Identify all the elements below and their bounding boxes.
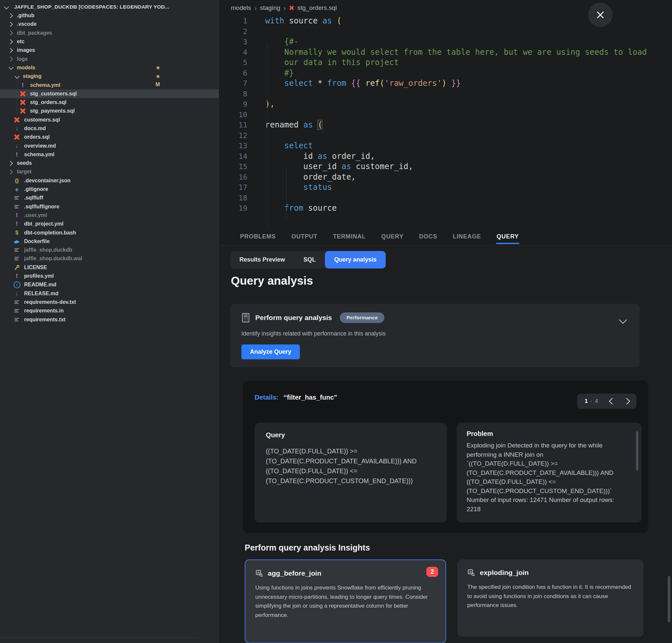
file-item-customers.sql[interactable]: customers.sql: [0, 116, 219, 124]
line-text: from source: [247, 203, 337, 214]
tab-query-2[interactable]: QUERY: [497, 228, 519, 245]
next-page-button[interactable]: [623, 398, 630, 404]
file-label: requirements-dev.txt: [24, 299, 76, 305]
tab-terminal[interactable]: TERMINAL: [333, 228, 366, 245]
line-text: status: [247, 182, 332, 193]
breadcrumb-staging[interactable]: staging: [260, 4, 280, 12]
file-item-README.md[interactable]: iREADME.md: [0, 280, 219, 289]
line-number: 15: [219, 161, 247, 172]
tab-problems[interactable]: PROBLEMS: [240, 228, 276, 245]
lines-icon: [13, 196, 21, 200]
indent-guide: [267, 42, 268, 228]
line-text: [247, 193, 265, 204]
tab-docs[interactable]: DOCS: [419, 228, 437, 245]
file-item-target[interactable]: target: [0, 168, 219, 176]
details-card: Details: “filter_has_func” 1 - 4 Query (…: [243, 380, 648, 533]
file-item-LICENSE[interactable]: LICENSE: [0, 263, 219, 272]
chevron-right-icon: [8, 31, 13, 36]
view-query-analysis[interactable]: Query analysis: [325, 251, 386, 268]
excl-icon: !: [13, 220, 21, 228]
file-item-models[interactable]: models: [0, 63, 219, 72]
view-results-preview[interactable]: Results Preview: [230, 251, 294, 268]
file-item-logs[interactable]: logs: [0, 54, 219, 63]
breadcrumb-models[interactable]: models: [231, 4, 251, 12]
chevron-down-icon: [4, 4, 9, 10]
token: [313, 120, 318, 130]
breadcrumb-filename[interactable]: stg_orders.sql: [297, 4, 337, 12]
scrollbar[interactable]: [636, 431, 638, 470]
line-text: with source as (: [247, 16, 341, 26]
scrollbar[interactable]: [668, 576, 670, 622]
file-item-.user.yml[interactable]: !.user.yml: [0, 211, 219, 220]
line-text: [247, 26, 265, 37]
file-label: dbt-completion.bash: [24, 230, 76, 236]
file-item-.sqlfluffignore[interactable]: .sqlfluffignore: [0, 203, 219, 211]
file-item-.vscode[interactable]: .vscode: [0, 20, 219, 28]
file-item-dbt-completion.bash[interactable]: $dbt-completion.bash: [0, 228, 219, 237]
file-item-jaffle_shop.duckdb.wal[interactable]: jaffle_shop.duckdb.wal: [0, 254, 219, 263]
perform-analysis-card: Perform query analysis Performance Ident…: [230, 304, 640, 367]
file-item-dbt_packages[interactable]: dbt_packages: [0, 29, 219, 37]
file-item-staging[interactable]: staging: [0, 72, 219, 81]
code-line-2: 2: [219, 26, 672, 37]
file-item-requirements.in[interactable]: requirements.in: [0, 306, 219, 315]
file-item-orders.sql[interactable]: orders.sql: [0, 133, 219, 141]
file-item-requirements-dev.txt[interactable]: requirements-dev.txt: [0, 298, 219, 306]
token: with: [265, 16, 284, 25]
file-item-.github[interactable]: .github: [0, 11, 219, 20]
token: as: [341, 162, 351, 171]
file-item-.sqlfluff[interactable]: .sqlfluff: [0, 194, 219, 202]
token: from: [284, 204, 304, 213]
token: Normally we would select from the table …: [284, 48, 647, 57]
file-item-stg_payments.sql[interactable]: stg_payments.sql: [0, 107, 219, 115]
file-label: models: [17, 65, 35, 71]
code-area[interactable]: 1with source as (23 {#-4 Normally we wou…: [219, 16, 672, 214]
pagination: 1 - 4: [577, 394, 636, 409]
file-item-schema.yml[interactable]: !schema.ymlM: [0, 81, 219, 89]
line-number: 10: [219, 110, 247, 120]
file-label: logs: [17, 56, 28, 62]
line-number: 12: [219, 131, 247, 141]
insight-card-exploding-join[interactable]: exploding_join The specified join condit…: [457, 559, 644, 637]
tab-output[interactable]: OUTPUT: [291, 228, 317, 245]
insight-card-agg-before-join[interactable]: agg_before_join 2 Using functions in joi…: [245, 559, 446, 643]
sidebar-divider: [0, 638, 198, 638]
braces-icon: {}: [13, 178, 21, 183]
file-item-profiles.yml[interactable]: !profiles.yml: [0, 272, 219, 280]
file-item-images[interactable]: images: [0, 46, 219, 54]
modified-dot-badge: [157, 75, 159, 78]
workspace-title[interactable]: JAFFLE_SHOP_DUCKDB [CODESPACES: LEGENDAR…: [0, 0, 219, 11]
tab-query[interactable]: QUERY: [381, 228, 404, 245]
analyze-query-button[interactable]: Analyze Query: [241, 344, 300, 359]
file-item-schema.yml[interactable]: !schema.yml: [0, 150, 219, 159]
file-item-stg_orders.sql[interactable]: stg_orders.sql: [0, 98, 219, 107]
file-item-requirements.txt[interactable]: requirements.txt: [0, 315, 219, 324]
token: status: [304, 183, 332, 192]
git-modified-badge: M: [156, 82, 160, 87]
file-item-overview.md[interactable]: ↓overview.md: [0, 141, 219, 150]
file-item-.gitignore[interactable]: ◆.gitignore: [0, 185, 219, 194]
tab-lineage[interactable]: LINEAGE: [453, 228, 481, 245]
file-item-etc[interactable]: etc: [0, 37, 219, 46]
file-item-jaffle_shop.duckdb[interactable]: jaffle_shop.duckdb: [0, 246, 219, 254]
prev-page-button[interactable]: [609, 398, 615, 404]
file-item-dbt_project.yml[interactable]: !dbt_project.yml: [0, 220, 219, 228]
file-item-docs.md[interactable]: ↓docs.md: [0, 124, 219, 133]
chevron-right-icon: ›: [254, 4, 257, 12]
code-line-3: 3 {#-: [219, 37, 672, 47]
file-label: LICENSE: [24, 265, 47, 270]
file-item-seeds[interactable]: seeds: [0, 159, 219, 168]
file-label: stg_orders.sql: [30, 99, 66, 105]
file-item-RELEASE.md[interactable]: ↓RELEASE.md: [0, 289, 219, 298]
chevron-down-icon: [14, 74, 20, 79]
code-line-8: 8: [219, 89, 672, 99]
view-sql[interactable]: SQL: [294, 251, 325, 268]
file-item-stg_customers.sql[interactable]: stg_customers.sql: [0, 89, 219, 98]
dollar-icon: $: [13, 230, 21, 236]
file-item-.devcontainer.json[interactable]: {}.devcontainer.json: [0, 177, 219, 185]
line-number: 8: [219, 89, 247, 99]
chevron-right-icon: [8, 22, 13, 27]
line-number: 18: [219, 193, 247, 204]
file-item-Dockerfile[interactable]: Dockerfile: [0, 237, 219, 246]
insight-icon: [467, 569, 475, 577]
